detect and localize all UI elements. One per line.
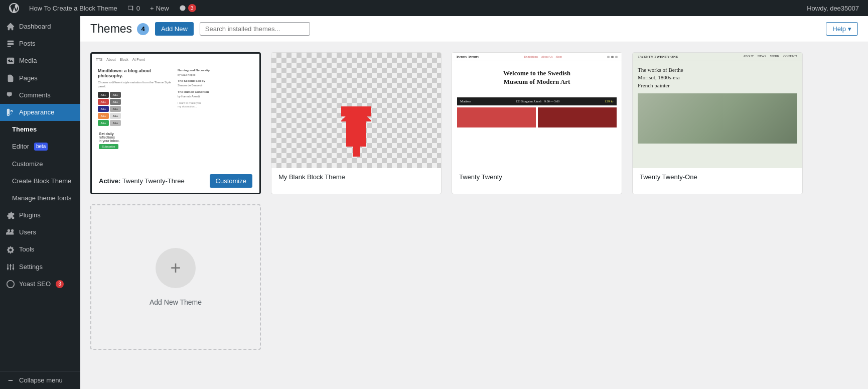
sidebar: Dashboard Posts Media Pages: [0, 16, 80, 389]
theme-name-tt: Twenty Twenty: [459, 173, 502, 181]
svg-marker-4: [341, 106, 371, 147]
sidebar-subitem-editor-label: Editor: [12, 142, 29, 151]
sidebar-item-settings-label: Settings: [19, 263, 43, 272]
yoast-sidebar-badge: 3: [56, 280, 64, 288]
sidebar-item-settings[interactable]: Settings: [0, 258, 80, 276]
search-input[interactable]: [200, 22, 310, 36]
sidebar-subitem-customize-label: Customize: [12, 160, 43, 169]
add-new-theme-card[interactable]: + Add New Theme: [90, 204, 261, 350]
sidebar-subitem-create-block-theme[interactable]: Create Block Theme: [0, 173, 80, 190]
theme-footer-twenty-twenty-one: Twenty Twenty-One: [633, 168, 802, 186]
theme-footer-twenty-twenty-three: Active: Twenty Twenty-Three Customize: [92, 169, 259, 193]
wp-logo[interactable]: [4, 3, 24, 13]
theme-card-twenty-twenty-three[interactable]: TTSAboutBlockAt Front Mindblown: a blog …: [90, 52, 261, 194]
sidebar-item-tools-label: Tools: [19, 245, 34, 254]
sidebar-item-posts-label: Posts: [19, 39, 36, 48]
sidebar-item-pages-label: Pages: [19, 74, 38, 83]
theme-footer-blank: My Blank Block Theme: [271, 168, 441, 186]
theme-preview-twenty-twenty: Twenty Twenty ExhibitionsAbout UsShop: [452, 53, 622, 168]
sidebar-subitem-manage-fonts[interactable]: Manage theme fonts: [0, 190, 80, 207]
sidebar-item-media-label: Media: [19, 56, 37, 65]
theme-name-blank: My Blank Block Theme: [278, 173, 345, 181]
admin-bar-user-greeting[interactable]: Howdy, dee35007: [802, 0, 864, 16]
admin-bar-right: Howdy, dee35007: [802, 0, 864, 16]
admin-bar-new[interactable]: + New: [145, 0, 174, 16]
theme-count-badge: 4: [137, 23, 149, 35]
page-header: Themes 4 Add New Help ▾: [80, 16, 868, 42]
yoast-badge: 3: [188, 4, 196, 12]
editor-beta-badge: beta: [34, 143, 48, 151]
customize-button-tt3[interactable]: Customize: [210, 174, 252, 188]
collapse-menu-label: Collapse menu: [19, 376, 63, 385]
page-title: Themes 4: [90, 22, 149, 36]
red-arrow-overlay: [341, 106, 371, 164]
admin-bar-comments[interactable]: 0: [122, 0, 145, 16]
sidebar-item-users[interactable]: Users: [0, 224, 80, 241]
sidebar-collapse-button[interactable]: Collapse menu: [0, 372, 80, 389]
sidebar-item-comments[interactable]: Comments: [0, 87, 80, 104]
sidebar-item-dashboard[interactable]: Dashboard: [0, 18, 80, 35]
admin-bar: How To Create a Block Theme 0 + New 3 Ho…: [0, 0, 868, 16]
sidebar-item-pages[interactable]: Pages: [0, 70, 80, 87]
add-theme-icon: +: [156, 248, 196, 288]
sidebar-item-tools[interactable]: Tools: [0, 241, 80, 258]
sidebar-subitem-create-block-theme-label: Create Block Theme: [12, 177, 71, 186]
sidebar-subitem-themes[interactable]: Themes: [0, 121, 80, 138]
sidebar-item-appearance-label: Appearance: [19, 108, 54, 117]
sidebar-subitem-editor[interactable]: Editor beta: [0, 138, 80, 155]
svg-point-0: [180, 5, 185, 11]
main-content: Themes 4 Add New Help ▾ TTSAboutBlockAt …: [80, 16, 868, 389]
sidebar-subitem-customize[interactable]: Customize: [0, 156, 80, 173]
add-new-button[interactable]: Add New: [155, 22, 194, 36]
sidebar-item-plugins[interactable]: Plugins: [0, 207, 80, 224]
sidebar-item-yoast[interactable]: Yoast SEO 3: [0, 276, 80, 293]
theme-card-blank[interactable]: My Blank Block Theme: [271, 52, 442, 194]
theme-card-twenty-twenty[interactable]: Twenty Twenty ExhibitionsAbout UsShop: [452, 52, 622, 194]
help-button[interactable]: Help ▾: [826, 22, 858, 36]
sidebar-item-media[interactable]: Media: [0, 52, 80, 69]
sidebar-item-yoast-label: Yoast SEO: [19, 280, 51, 289]
sidebar-subitem-themes-label: Themes: [12, 125, 37, 134]
themes-grid: TTSAboutBlockAt Front Mindblown: a blog …: [80, 42, 868, 360]
theme-card-twenty-twenty-one[interactable]: TWENTY TWENTY-ONE ABOUTNEWSWORKCONTACT T…: [632, 52, 803, 194]
add-theme-label: Add New Theme: [150, 298, 202, 306]
theme-preview-twenty-twenty-three: TTSAboutBlockAt Front Mindblown: a blog …: [92, 54, 259, 169]
svg-point-1: [7, 281, 14, 288]
sidebar-item-plugins-label: Plugins: [19, 211, 41, 220]
sidebar-subitem-manage-fonts-label: Manage theme fonts: [12, 194, 72, 203]
sidebar-item-dashboard-label: Dashboard: [19, 22, 51, 31]
active-label: Active:: [99, 177, 120, 185]
chevron-down-icon: ▾: [848, 25, 851, 33]
admin-bar-yoast[interactable]: 3: [174, 0, 201, 16]
admin-bar-site-name[interactable]: How To Create a Block Theme: [24, 0, 122, 16]
theme-name-tt3: Active: Twenty Twenty-Three: [99, 177, 185, 185]
sidebar-item-posts[interactable]: Posts: [0, 35, 80, 52]
sidebar-item-comments-label: Comments: [19, 91, 51, 100]
theme-footer-twenty-twenty: Twenty Twenty: [452, 168, 622, 186]
theme-name-tt1: Twenty Twenty-One: [640, 173, 697, 181]
theme-preview-twenty-twenty-one: TWENTY TWENTY-ONE ABOUTNEWSWORKCONTACT T…: [633, 53, 802, 168]
sidebar-item-users-label: Users: [19, 228, 36, 237]
theme-display-name-tt3: Twenty Twenty-Three: [122, 177, 185, 185]
sidebar-item-appearance[interactable]: Appearance: [0, 104, 80, 121]
